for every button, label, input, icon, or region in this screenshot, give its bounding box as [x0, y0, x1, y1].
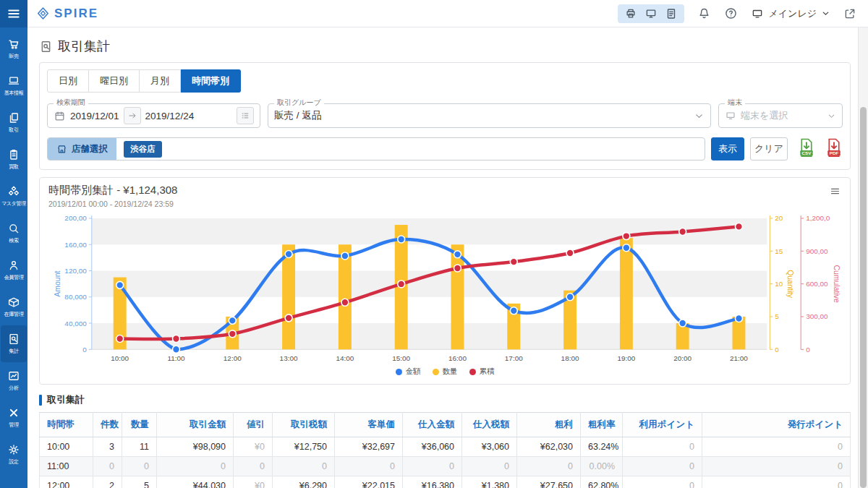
terminal-placeholder: 端末を選択 [741, 109, 788, 122]
search-period-field[interactable]: 検索期間 2019/12/01 2019/12/24 [47, 103, 260, 128]
page-scrollbar[interactable] [858, 27, 868, 488]
csv-download-button[interactable]: CSV [798, 138, 815, 160]
column-header[interactable]: 数量 [122, 413, 157, 437]
sidebar-item-label: 管理 [9, 421, 18, 429]
clear-button[interactable]: クリア [750, 137, 788, 160]
fullscreen-button[interactable] [843, 7, 856, 20]
table-cell: 0 [403, 457, 462, 476]
column-header[interactable]: 利用ポイント [623, 413, 702, 437]
table-cell: ¥27,650 [517, 476, 581, 488]
sidebar-item-admin[interactable]: 管理 [0, 399, 27, 436]
chart-icon [7, 369, 20, 382]
app-logo[interactable]: SPIRE [36, 7, 98, 21]
sidebar-item-sales[interactable]: 販売 [0, 30, 27, 67]
transaction-group-select[interactable]: 取引グループ 販売 / 返品 [268, 103, 711, 128]
sidebar-item-transactions[interactable]: 取引 [0, 104, 27, 141]
cart-icon [7, 38, 20, 51]
device-status-group[interactable] [618, 4, 684, 23]
column-header[interactable]: 客単価 [335, 413, 403, 437]
terminal-icon [725, 110, 736, 121]
menu-button[interactable] [0, 0, 27, 27]
sidebar-item-label: 検索 [9, 237, 18, 244]
sidebar-item-label: 在庫管理 [4, 311, 24, 318]
table-cell: 0 [273, 457, 335, 476]
legend-item[interactable]: 累積 [469, 367, 495, 377]
svg-text:1,200,0: 1,200,0 [806, 214, 830, 222]
chart-title: 時間帯別集計 - ¥1,124,308 [48, 184, 841, 197]
column-header[interactable]: 仕入税額 [462, 413, 517, 437]
sidebar-item-summary[interactable]: 集計 [1, 325, 27, 362]
sidebar-item-label: マスタ管理 [1, 200, 26, 207]
help-icon [724, 7, 738, 20]
table-cell: ¥0 [234, 476, 273, 488]
terminal-select[interactable]: 端末 端末を選択 [718, 103, 843, 128]
tab-daily[interactable]: 日別 [47, 69, 89, 93]
clipboard-icon [7, 148, 20, 161]
sidebar-item-label: 取引 [9, 127, 18, 134]
chart-menu-button[interactable] [829, 185, 841, 197]
top-navbar: SPIRE メインレジ [0, 0, 868, 27]
chart-area[interactable]: 040,00080,000120,00160,00200,00Amount051… [48, 213, 841, 365]
pdf-download-button[interactable]: PDF [825, 138, 843, 160]
sidebar-item-basic-info[interactable]: 基本情報 [0, 67, 27, 104]
date-from-input[interactable]: 2019/12/01 [70, 111, 119, 121]
date-to-input[interactable]: 2019/12/24 [145, 111, 195, 121]
table-cell: ¥22,015 [335, 476, 403, 488]
legend-item[interactable]: 数量 [433, 367, 458, 377]
svg-text:Quantity: Quantity [786, 270, 794, 299]
notifications-button[interactable] [697, 7, 711, 20]
sidebar-item-analysis[interactable]: 分析 [0, 362, 27, 399]
sidebar-item-members[interactable]: 会員管理 [0, 252, 27, 288]
column-header[interactable]: 値引 [234, 413, 273, 437]
table-cell: ¥3,060 [462, 437, 517, 457]
column-header[interactable]: 取引税額 [273, 413, 335, 437]
combo-chart[interactable]: 040,00080,000120,00160,00200,00Amount051… [48, 213, 841, 365]
sidebar-item-label: 会員管理 [4, 274, 24, 281]
report-search-icon [39, 40, 53, 53]
bell-icon [697, 7, 711, 20]
chevron-down-icon [827, 111, 836, 121]
store-filter-row: 店舗選択 渋谷店 表示 クリア CSV PDF [47, 137, 843, 160]
register-selector[interactable]: メインレジ [751, 7, 830, 20]
transaction-group-value: 販売 / 返品 [274, 109, 321, 122]
svg-text:20: 20 [775, 214, 783, 222]
svg-text:20:00: 20:00 [673, 354, 692, 362]
register-name: メインレジ [768, 7, 817, 20]
sidebar-item-search[interactable]: 検索 [0, 215, 27, 252]
table-cell: 63.24% [581, 437, 623, 457]
table-cell: ¥36,060 [403, 437, 462, 457]
terminal-icon [751, 7, 764, 20]
show-button[interactable]: 表示 [711, 137, 744, 160]
search-period-label: 検索期間 [54, 99, 88, 106]
legend-item[interactable]: 金額 [396, 367, 421, 377]
column-header[interactable]: 時間帯 [40, 413, 93, 437]
table-cell: 12:00 [40, 476, 93, 488]
scrollbar-thumb[interactable] [860, 107, 867, 488]
sidebar-item-inventory[interactable]: 在庫管理 [0, 288, 27, 325]
tab-hourly[interactable]: 時間帯別 [181, 69, 241, 93]
svg-text:18:00: 18:00 [561, 354, 579, 362]
legend-label: 数量 [443, 367, 458, 377]
column-header[interactable]: 発行ポイント [702, 413, 851, 437]
column-header[interactable]: 粗利 [517, 413, 581, 437]
table-row: 12:0025¥44,030¥0¥6,290¥22,015¥16,380¥1,3… [40, 476, 851, 488]
help-button[interactable] [724, 7, 738, 20]
store-select-button[interactable]: 店舗選択 [48, 138, 116, 160]
sidebar-item-master[interactable]: マスタ管理 [0, 178, 27, 215]
table-cell: 11:00 [40, 457, 93, 476]
legend-marker [469, 369, 476, 375]
column-header[interactable]: 粗利率 [581, 413, 623, 437]
svg-text:21:00: 21:00 [730, 354, 748, 362]
sidebar-item-buyback[interactable]: 買取 [0, 141, 27, 178]
sidebar-item-settings[interactable]: 設定 [0, 436, 27, 473]
period-preset-button[interactable] [237, 107, 254, 124]
column-header[interactable]: 仕入金額 [403, 413, 462, 437]
column-header[interactable]: 件数 [93, 413, 122, 437]
svg-text:14:00: 14:00 [336, 354, 354, 362]
tab-monthly[interactable]: 月別 [140, 69, 181, 93]
column-header[interactable]: 取引金額 [157, 413, 234, 437]
tab-weekday[interactable]: 曜日別 [89, 69, 140, 93]
store-chip-shibuya[interactable]: 渋谷店 [124, 141, 162, 158]
svg-text:PDF: PDF [830, 150, 839, 155]
sidebar-item-label: 分析 [9, 385, 18, 392]
